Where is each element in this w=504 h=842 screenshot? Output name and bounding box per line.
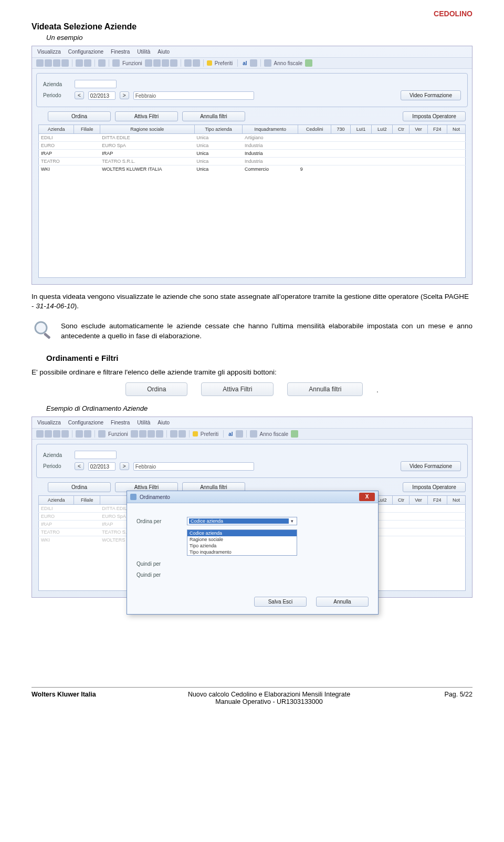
col-ver[interactable]: Ver <box>410 125 427 134</box>
toolbar-icon[interactable] <box>184 59 192 67</box>
toolbar-icon[interactable] <box>170 430 177 438</box>
toolbar-icon[interactable] <box>156 430 163 438</box>
prev-period-button[interactable]: < <box>75 91 84 99</box>
menu-configurazione[interactable]: Configurazione <box>68 49 103 55</box>
col-filiale[interactable]: Filiale <box>74 125 100 134</box>
annulla-filtri-button[interactable]: Annulla filtri <box>182 111 245 121</box>
toolbar-icon[interactable] <box>45 430 52 438</box>
imposta-operatore-button[interactable]: Imposta Operatore <box>403 482 466 492</box>
col-filiale[interactable]: Filiale <box>74 496 100 505</box>
toolbar-icon[interactable] <box>250 430 257 438</box>
col-tipo[interactable]: Tipo azienda <box>194 125 243 134</box>
table-row[interactable]: EUROEURO SpAUnicaIndustria <box>39 142 466 150</box>
col-lui2[interactable]: LuI2 <box>372 125 393 134</box>
col-ragione[interactable]: Ragione sociale <box>100 125 194 134</box>
toolbar-icon[interactable] <box>84 59 91 67</box>
combo-option[interactable]: Tipo azienda <box>187 543 297 549</box>
paragraph-1: In questa videata vengono visualizzate l… <box>32 292 472 311</box>
toolbar-icon[interactable] <box>148 430 155 438</box>
star-icon[interactable] <box>207 60 212 66</box>
menu-aiuto[interactable]: Aiuto <box>158 49 170 55</box>
menu-aiuto[interactable]: Aiuto <box>158 420 170 425</box>
toolbar-icon[interactable] <box>162 59 169 67</box>
col-cedolini[interactable]: Cedolini <box>298 125 331 134</box>
col-f24[interactable]: F24 <box>427 496 447 505</box>
toolbar-icon[interactable] <box>61 59 69 67</box>
imposta-operatore-button[interactable]: Imposta Operatore <box>403 111 466 121</box>
toolbar-icon[interactable] <box>98 430 106 438</box>
col-inquadramento[interactable]: Inquadramento <box>243 125 298 134</box>
menu-utilita[interactable]: Utilità <box>137 49 150 55</box>
menu-finestra[interactable]: Finestra <box>111 420 130 425</box>
toolbar-icon[interactable] <box>264 59 271 67</box>
col-730[interactable]: 730 <box>331 125 351 134</box>
col-ctr[interactable]: Ctr <box>393 125 410 134</box>
video-formazione-button[interactable]: Video Formazione <box>401 90 461 100</box>
toolbar-icon[interactable] <box>193 59 200 67</box>
combo-option[interactable]: Tipo inquadramento <box>187 549 297 555</box>
col-not[interactable]: Not <box>447 496 465 505</box>
table-row[interactable]: TEATROTEATRO S.R.L.UnicaIndustria <box>39 158 466 165</box>
menu-utilita[interactable]: Utilità <box>137 420 150 425</box>
menu-configurazione[interactable]: Configurazione <box>68 420 103 425</box>
col-ver[interactable]: Ver <box>410 496 427 505</box>
combo-option[interactable]: Ragione sociale <box>187 536 297 543</box>
toolbar-icon[interactable] <box>36 59 44 67</box>
periodo-input[interactable]: 02/2013 <box>88 462 116 471</box>
table-row[interactable]: EDILIDITTA EDILEUnicaArtigiano <box>39 134 466 142</box>
pill-attiva-filtri[interactable]: Attiva Filtri <box>201 382 274 396</box>
refresh-icon[interactable] <box>305 59 312 67</box>
col-lui1[interactable]: LuI1 <box>350 125 371 134</box>
menu-visualizza[interactable]: Visualizza <box>37 49 61 55</box>
combo-option[interactable]: Codice azienda <box>187 530 297 536</box>
toolbar-icon[interactable] <box>98 59 106 67</box>
pill-annulla-filtri[interactable]: Annulla filtri <box>287 382 363 396</box>
prev-period-button[interactable]: < <box>75 462 84 470</box>
next-period-button[interactable]: > <box>120 91 129 99</box>
pill-ordina[interactable]: Ordina <box>125 382 187 396</box>
ordina-button[interactable]: Ordina <box>48 482 111 492</box>
toolbar-icon[interactable] <box>250 59 257 67</box>
close-button[interactable]: X <box>359 493 375 501</box>
toolbar-icon[interactable] <box>170 59 177 67</box>
azienda-label: Azienda <box>43 452 70 458</box>
refresh-icon[interactable] <box>291 430 298 438</box>
col-not[interactable]: Not <box>447 125 465 134</box>
page-footer: Wolters Kluwer Italia Nuovo calcolo Cedo… <box>32 691 472 705</box>
next-period-button[interactable]: > <box>120 462 129 470</box>
col-f24[interactable]: F24 <box>427 125 447 134</box>
annulla-button[interactable]: Annulla <box>316 597 369 607</box>
toolbar-icon[interactable] <box>76 59 83 67</box>
salva-esci-button[interactable]: Salva Esci <box>254 597 307 607</box>
star-icon[interactable] <box>193 431 198 436</box>
toolbar-icon[interactable] <box>153 59 161 67</box>
toolbar-annofiscale-label: Anno fiscale <box>274 60 302 66</box>
azienda-input[interactable] <box>75 451 117 459</box>
toolbar-icon[interactable] <box>139 430 146 438</box>
toolbar-icon[interactable] <box>145 59 152 67</box>
toolbar-icon[interactable] <box>178 430 186 438</box>
ordina-button[interactable]: Ordina <box>48 111 111 121</box>
col-azienda[interactable]: Azienda <box>39 125 74 134</box>
toolbar-icon[interactable] <box>76 430 83 438</box>
table-row[interactable]: IRAPIRAPUnicaIndustria <box>39 150 466 158</box>
toolbar-icon[interactable] <box>61 430 69 438</box>
ordina-per-combo[interactable]: Codice azienda ▾ <box>187 517 297 525</box>
video-formazione-button[interactable]: Video Formazione <box>401 461 461 471</box>
periodo-input[interactable]: 02/2013 <box>88 91 116 100</box>
toolbar-icon[interactable] <box>131 430 138 438</box>
toolbar-icon[interactable] <box>236 430 243 438</box>
toolbar-icon[interactable] <box>36 430 44 438</box>
menu-visualizza[interactable]: Visualizza <box>37 420 61 425</box>
toolbar-icon[interactable] <box>112 59 120 67</box>
toolbar-icon[interactable] <box>84 430 91 438</box>
toolbar-icon[interactable] <box>53 59 60 67</box>
attiva-filtri-button[interactable]: Attiva Filtri <box>115 111 178 121</box>
toolbar-icon[interactable] <box>53 430 60 438</box>
table-row[interactable]: WKIWOLTERS KLUWER ITALIAUnicaCommercio9 <box>39 165 466 173</box>
menu-finestra[interactable]: Finestra <box>111 49 130 55</box>
azienda-input[interactable] <box>75 80 117 88</box>
col-ctr[interactable]: Ctr <box>393 496 410 505</box>
col-azienda[interactable]: Azienda <box>39 496 74 505</box>
toolbar-icon[interactable] <box>45 59 52 67</box>
